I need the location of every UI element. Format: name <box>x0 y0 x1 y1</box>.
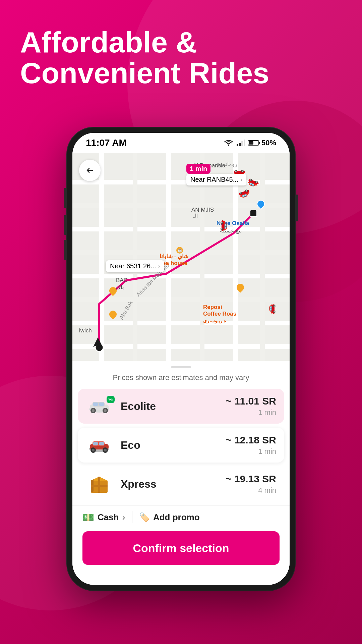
svg-point-24 <box>92 449 95 451</box>
map-pin-wich <box>109 311 117 318</box>
cash-button[interactable]: 💵 Cash › <box>82 512 125 523</box>
phone-frame: 11:07 AM <box>67 127 295 590</box>
ride-item-xpress[interactable]: Xpress ~ 19.13 SR 4 min <box>78 467 284 501</box>
eco-price-time: ~ 12.18 SR 1 min <box>226 434 276 456</box>
cash-arrow: › <box>122 512 125 523</box>
battery-icon <box>248 140 260 146</box>
battery-percent: 50% <box>261 139 276 147</box>
svg-rect-21 <box>93 442 98 445</box>
svg-rect-13 <box>99 402 104 406</box>
ride-item-ecolite[interactable]: % Ecolite ~ 11.01 SR 1 min <box>78 389 284 424</box>
svg-point-15 <box>92 409 95 412</box>
payment-actions: 💵 Cash › 🏷️ Add promo <box>72 505 290 529</box>
arrival-time-label: 1 min <box>186 164 210 174</box>
cash-icon: 💵 <box>82 512 94 523</box>
ecolite-time: 1 min <box>226 408 276 417</box>
eco-name: Eco <box>121 439 226 451</box>
sheet-handle <box>171 366 191 368</box>
ecolite-name: Ecolite <box>121 400 226 413</box>
headline-line1: Affordable & <box>20 27 342 58</box>
wifi-icon <box>224 140 233 146</box>
map-pin-nabe <box>257 200 265 208</box>
svg-rect-12 <box>93 402 98 406</box>
confirm-selection-button[interactable]: Confirm selection <box>82 531 280 565</box>
xpress-price: ~ 19.13 SR <box>226 473 276 485</box>
map-car-4: 🚗 <box>220 220 231 231</box>
promo-label: Add promo <box>153 512 200 523</box>
promo-icon: 🏷️ <box>139 512 150 523</box>
eco-car-svg <box>86 437 113 453</box>
origin-marker <box>93 337 103 347</box>
svg-point-17 <box>104 409 107 412</box>
phone-inner: 11:07 AM <box>72 133 290 585</box>
headline: Affordable & Convenient Rides <box>20 27 342 89</box>
cash-label: Cash <box>98 512 119 523</box>
svg-rect-6 <box>249 141 253 145</box>
svg-rect-0 <box>237 144 238 146</box>
headline-line2: Convenient Rides <box>20 58 342 89</box>
near-6531-label: Near 6531 26... <box>110 262 156 270</box>
map-pin-coffee <box>237 284 244 291</box>
eco-time: 1 min <box>226 447 276 456</box>
battery-indicator: 50% <box>248 139 276 147</box>
bottom-sheet: Prices shown are estimates and may vary <box>72 361 290 585</box>
map-label-anmjis: AN MJIS <box>191 207 214 213</box>
near-ranb-callout[interactable]: Near RANB45... <box>186 174 246 185</box>
promo-button[interactable]: 🏷️ Add promo <box>139 512 200 523</box>
svg-rect-5 <box>259 142 260 144</box>
ecolite-price-time: ~ 11.01 SR 1 min <box>226 395 276 417</box>
map-label-coffee: ReposiCoffee Roasة ريبوستري <box>203 304 236 324</box>
signal-icon <box>237 140 245 146</box>
svg-rect-8 <box>250 210 257 217</box>
svg-rect-22 <box>99 442 104 445</box>
price-notice: Prices shown are estimates and may vary <box>72 373 290 382</box>
eco-icon <box>86 435 113 455</box>
svg-rect-2 <box>241 141 243 146</box>
svg-rect-31 <box>98 477 100 493</box>
payment-divider <box>132 511 132 523</box>
map-pin-bac <box>109 287 117 294</box>
ride-item-eco[interactable]: Eco ~ 12.18 SR 1 min <box>78 428 284 463</box>
map-label-arabic3: الـ <box>193 213 198 219</box>
ecolite-price: ~ 11.01 SR <box>226 395 276 407</box>
xpress-box-svg <box>87 474 111 494</box>
arrival-time-callout: 1 min <box>186 165 210 173</box>
map-car-5: 🚗 <box>265 304 276 315</box>
status-bar: 11:07 AM <box>72 133 290 153</box>
ecolite-icon: % <box>86 396 113 416</box>
back-arrow-icon <box>86 166 94 174</box>
xpress-time: 4 min <box>226 486 276 495</box>
near-ranb-label: Near RANB45... <box>190 176 238 183</box>
status-icons: 50% <box>224 139 276 147</box>
back-button[interactable] <box>79 160 101 181</box>
svg-rect-3 <box>244 140 245 146</box>
map-label-wich: lwich <box>79 327 92 334</box>
eco-price: ~ 12.18 SR <box>226 434 276 446</box>
map-label-bac: BACباك <box>116 277 128 291</box>
svg-point-26 <box>104 449 107 451</box>
xpress-name: Xpress <box>121 478 226 490</box>
map-area: 1 min Near RANB45... Near 6531 26... Al … <box>72 153 290 361</box>
phone-outer: 11:07 AM <box>67 127 295 590</box>
ride-list: % Ecolite ~ 11.01 SR 1 min <box>72 389 290 501</box>
map-label-arabic1: رومانسية <box>217 161 237 167</box>
xpress-price-time: ~ 19.13 SR 4 min <box>226 473 276 495</box>
confirm-label: Confirm selection <box>133 542 229 555</box>
svg-rect-1 <box>239 143 241 146</box>
status-time: 11:07 AM <box>86 138 127 148</box>
xpress-icon <box>86 474 113 494</box>
map-pin-tea: ☕ <box>176 247 183 254</box>
near-6531-callout[interactable]: Near 6531 26... <box>106 260 164 272</box>
